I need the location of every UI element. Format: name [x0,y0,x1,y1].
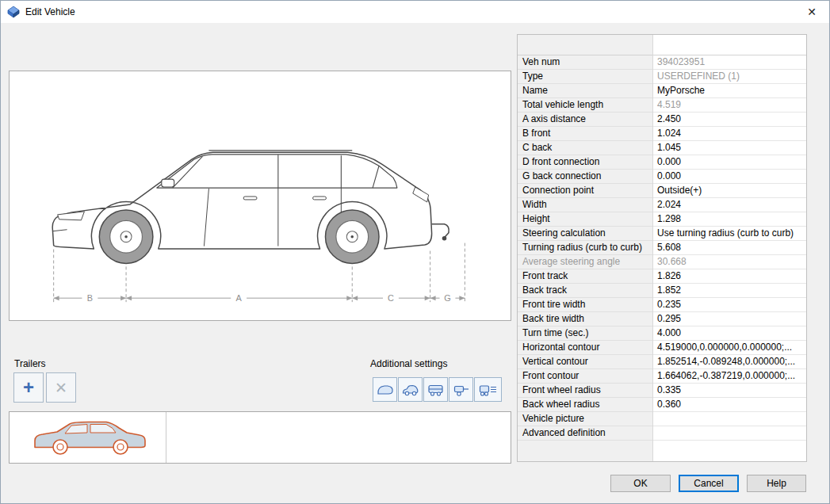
property-value[interactable]: 5.608 [652,241,806,255]
property-value[interactable] [652,426,806,441]
axle-config-button[interactable] [474,377,502,402]
dim-label-c: C [388,293,394,303]
property-value[interactable]: 1.852514,-0.089248,0.000000;... [652,355,806,369]
property-value[interactable]: 4.000 [652,326,806,341]
property-value[interactable]: 0.000 [652,155,806,170]
property-value[interactable]: 1.045 [652,141,806,155]
property-row[interactable]: D front connection0.000 [518,155,806,170]
plus-icon: + [23,378,34,397]
back-wheel [325,210,379,264]
property-row[interactable]: Back tire width0.295 [518,312,806,326]
property-row[interactable]: A axis distance2.450 [518,113,806,127]
property-row[interactable]: Average steering angle30.668 [518,255,806,269]
trailer-hitch-icon [453,384,470,396]
cancel-button[interactable]: Cancel [679,475,739,492]
property-label: Turning radius (curb to curb) [518,241,652,255]
title-bar[interactable]: Edit Vehicle ✕ [1,1,829,23]
property-row[interactable]: B front1.024 [518,127,806,141]
property-row[interactable]: Height1.298 [518,212,806,227]
vehicle-preview-panel: B A C G [9,71,511,321]
axle-config-icon [479,384,498,396]
property-label: Vertical contour [518,355,652,369]
edit-vehicle-dialog: Edit Vehicle ✕ [0,0,830,504]
cad-cube-icon [7,6,20,18]
property-label: Vehicle picture [518,412,652,426]
property-label: Back wheel radius [518,398,652,412]
property-label: Front tire width [518,298,652,312]
vehicle-list-panel [9,411,511,464]
property-value[interactable]: 1.852 [652,284,806,298]
property-value[interactable]: Outside(+) [652,184,806,198]
property-value[interactable]: 1.024 [652,127,806,141]
property-row[interactable]: Front tire width0.235 [518,298,806,312]
property-value[interactable] [652,412,806,426]
property-label: A axis distance [518,113,652,127]
property-value[interactable]: 1.664062,-0.387219,0.000000;... [652,369,806,384]
property-value[interactable]: 0.235 [652,298,806,312]
property-value[interactable]: 0.000 [652,170,806,184]
property-value[interactable]: 2.450 [652,113,806,127]
property-row[interactable]: NameMyPorsche [518,84,806,98]
property-value[interactable]: 1.298 [652,212,806,227]
property-label: B front [518,127,652,141]
property-grid-header [518,35,806,55]
property-row[interactable]: Turning radius (curb to curb)5.608 [518,241,806,255]
property-row[interactable]: Total vehicle length4.519 [518,98,806,113]
ok-button[interactable]: OK [610,475,671,492]
property-row[interactable]: Connection pointOutside(+) [518,184,806,198]
trailers-group-label: Trailers [14,358,46,369]
property-row[interactable]: G back connection0.000 [518,170,806,184]
property-value[interactable]: 394023951 [652,55,806,70]
property-label: Height [518,212,652,227]
property-grid: Veh num394023951TypeUSERDEFINED (1)NameM… [517,34,807,462]
property-value[interactable]: 2.024 [652,198,806,212]
property-row[interactable]: Horizontal contour4.519000,0.000000,0.00… [518,341,806,355]
vehicle-thumbnail-drawing [27,417,154,458]
property-row[interactable]: Front track1.826 [518,269,806,284]
property-value[interactable]: 30.668 [652,255,806,269]
property-row[interactable]: C back1.045 [518,141,806,155]
property-label: Front contour [518,369,652,384]
property-row[interactable]: Advanced definition [518,426,806,441]
property-value[interactable]: 0.360 [652,398,806,412]
property-row[interactable]: Turn time (sec.)4.000 [518,326,806,341]
dialog-title: Edit Vehicle [25,6,75,17]
front-wheel [99,210,153,264]
property-row[interactable]: Veh num394023951 [518,55,806,70]
remove-trailer-button[interactable]: ✕ [46,372,76,403]
property-label: Front track [518,269,652,284]
help-button[interactable]: Help [747,475,806,492]
property-label: Width [518,198,652,212]
trailer-contour-button[interactable] [373,377,397,402]
property-row[interactable]: Back track1.852 [518,284,806,298]
vehicle-thumbnail[interactable] [10,412,166,463]
property-row[interactable]: Front contour1.664062,-0.387219,0.000000… [518,369,806,384]
property-value[interactable]: 4.519 [652,98,806,113]
trailer-hitch-button[interactable] [449,377,473,402]
property-value[interactable]: 4.519000,0.000000,0.000000;... [652,341,806,355]
property-value[interactable]: 1.826 [652,269,806,284]
add-trailer-button[interactable]: + [13,372,44,403]
trailer-contour-icon [377,384,394,396]
property-value[interactable]: MyPorsche [652,84,806,98]
property-row[interactable]: Width2.024 [518,198,806,212]
property-row[interactable]: TypeUSERDEFINED (1) [518,70,806,84]
van-side-button[interactable] [423,377,448,402]
property-row[interactable]: Front wheel radius0.335 [518,384,806,398]
property-value[interactable]: Use turning radius (curb to curb) [652,227,806,241]
property-row[interactable]: Vertical contour1.852514,-0.089248,0.000… [518,355,806,369]
close-icon[interactable]: ✕ [794,1,829,23]
additional-settings-toolbar [373,377,502,402]
property-label: Horizontal contour [518,341,652,355]
car-side-button[interactable] [398,377,423,402]
property-value[interactable]: 0.335 [652,384,806,398]
additional-settings-label: Additional settings [370,358,447,369]
cross-icon: ✕ [55,380,67,395]
property-row[interactable]: Back wheel radius0.360 [518,398,806,412]
property-value[interactable]: 0.295 [652,312,806,326]
property-row[interactable]: Vehicle picture [518,412,806,426]
property-label: Front wheel radius [518,384,652,398]
property-value[interactable]: USERDEFINED (1) [652,70,806,84]
property-label: Back track [518,284,652,298]
property-row[interactable]: Steering calculationUse turning radius (… [518,227,806,241]
